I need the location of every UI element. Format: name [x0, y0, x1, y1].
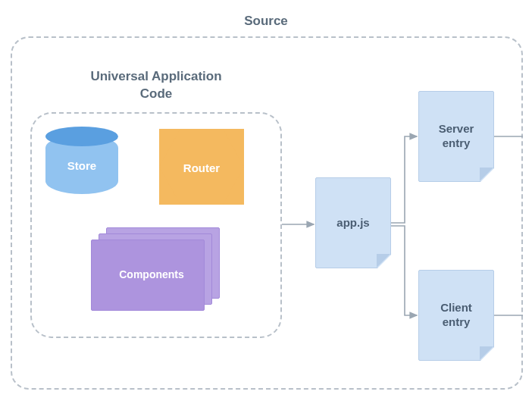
- client-entry-file: Client entry: [418, 270, 494, 361]
- server-entry-label: Server entry: [419, 122, 493, 151]
- source-title: Source: [0, 14, 532, 29]
- uac-title: Universal Application Code: [80, 68, 232, 103]
- components-node: Components: [91, 227, 220, 311]
- server-entry-file: Server entry: [418, 91, 494, 182]
- appjs-label: app.js: [316, 216, 390, 230]
- router-label: Router: [159, 129, 244, 206]
- appjs-file: app.js: [315, 177, 391, 268]
- components-label: Components: [99, 268, 205, 280]
- store-label: Store: [45, 159, 118, 172]
- client-entry-label: Client entry: [419, 301, 493, 330]
- router-node: Router: [159, 129, 244, 206]
